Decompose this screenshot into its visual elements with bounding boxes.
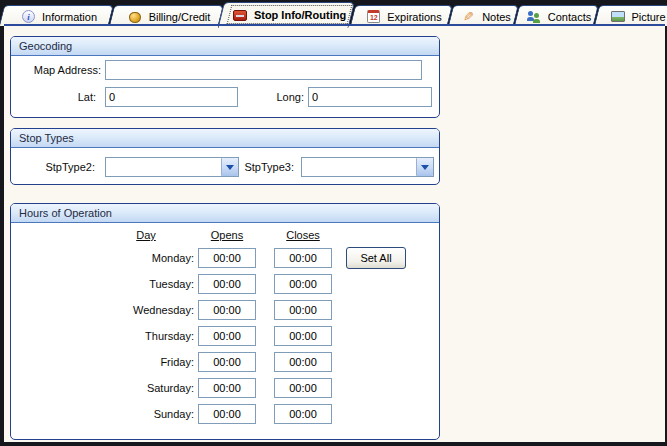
stop-types-header: Stop Types [11, 129, 439, 148]
opens-input-friday[interactable] [198, 352, 256, 372]
day-column-header: Day [121, 229, 171, 241]
day-label-monday: Monday: [11, 252, 194, 264]
stptype3-label: StpType3: [241, 161, 294, 173]
day-label-friday: Friday: [11, 356, 194, 368]
tab-information[interactable]: i Information [4, 5, 114, 26]
opens-input-wednesday[interactable] [198, 300, 256, 320]
stop-info-routing-panel: Geocoding Map Address: Lat: Long: Stop T… [4, 26, 665, 442]
stptype3-value [302, 158, 416, 176]
opens-input-thursday[interactable] [198, 326, 256, 346]
calendar-icon: 12 [366, 10, 381, 24]
lat-label: Lat: [11, 91, 96, 103]
tab-expirations[interactable]: 12 Expirations [355, 5, 453, 26]
tab-picture[interactable]: Picture [599, 5, 667, 26]
closes-column-header: Closes [274, 229, 332, 241]
opens-input-sunday[interactable] [198, 404, 256, 424]
closes-input-friday[interactable] [274, 352, 332, 372]
opens-input-monday[interactable] [198, 248, 256, 268]
map-address-input[interactable] [105, 60, 422, 80]
closes-input-wednesday[interactable] [274, 300, 332, 320]
chevron-down-icon[interactable] [416, 158, 433, 176]
stptype2-value [106, 158, 221, 176]
tab-billing-credit[interactable]: Billing/Credit [114, 5, 224, 26]
day-label-tuesday: Tuesday: [11, 278, 194, 290]
closes-input-thursday[interactable] [274, 326, 332, 346]
contacts-icon [527, 10, 542, 24]
long-label: Long: [231, 91, 304, 103]
opens-column-header: Opens [198, 229, 256, 241]
tab-contacts[interactable]: Contacts [519, 5, 599, 26]
stop-types-groupbox: Stop Types StpType2: StpType3: [10, 128, 440, 185]
geocoding-header: Geocoding [11, 37, 439, 56]
lat-input[interactable] [105, 87, 238, 107]
day-label-saturday: Saturday: [11, 382, 194, 394]
opens-input-saturday[interactable] [198, 378, 256, 398]
closes-input-monday[interactable] [274, 248, 332, 268]
tab-bar: i Information Billing/Credit Stop Info/R… [4, 2, 665, 26]
geocoding-groupbox: Geocoding Map Address: Lat: Long: [10, 36, 440, 118]
pencil-icon: ✎ [461, 10, 476, 24]
tab-bar-divider [4, 24, 665, 26]
hours-header: Hours of Operation [11, 204, 439, 223]
set-all-button[interactable]: Set All [346, 247, 406, 269]
tab-notes[interactable]: ✎ Notes [453, 5, 519, 26]
stptype2-label: StpType2: [11, 161, 95, 173]
info-icon: i [21, 10, 36, 24]
tab-stop-info-routing[interactable]: Stop Info/Routing [224, 2, 355, 26]
day-label-thursday: Thursday: [11, 330, 194, 342]
closes-input-sunday[interactable] [274, 404, 332, 424]
day-label-sunday: Sunday: [11, 408, 194, 420]
closes-input-saturday[interactable] [274, 378, 332, 398]
map-address-label: Map Address: [11, 64, 101, 76]
hours-of-operation-groupbox: Hours of Operation Day Opens Closes Mond… [10, 203, 440, 440]
money-bag-icon [128, 10, 143, 24]
day-label-wednesday: Wednesday: [11, 304, 194, 316]
stptype3-dropdown[interactable] [301, 157, 434, 177]
closes-input-tuesday[interactable] [274, 274, 332, 294]
long-input[interactable] [308, 87, 432, 107]
stop-detail-window: i Information Billing/Credit Stop Info/R… [0, 0, 667, 446]
routing-icon [233, 8, 248, 22]
stptype2-dropdown[interactable] [105, 157, 239, 177]
opens-input-tuesday[interactable] [198, 274, 256, 294]
picture-icon [610, 10, 625, 24]
chevron-down-icon[interactable] [221, 158, 238, 176]
